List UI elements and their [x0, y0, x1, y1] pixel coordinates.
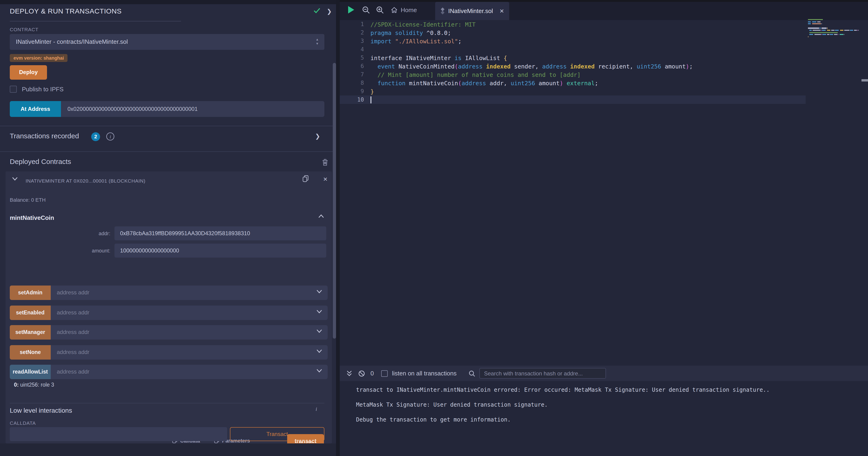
param-input[interactable]: 1000000000000000000	[115, 244, 326, 258]
terminal: 0 listen on all transactions Search with…	[340, 366, 868, 456]
readAllowList-address-input[interactable]: address addr	[51, 365, 328, 379]
info-icon[interactable]: i	[106, 132, 115, 141]
text-cursor	[370, 96, 371, 104]
deploy-run-panel: DEPLOY & RUN TRANSACTIONS ❯ CONTRACT INa…	[0, 0, 337, 456]
copy-icon[interactable]	[303, 175, 309, 182]
minimap-line	[808, 34, 845, 35]
line-number: 2	[340, 29, 370, 36]
code-line[interactable]: 10	[340, 95, 806, 104]
code-editor[interactable]: 1//SPDX-License-Identifier: MIT2pragma s…	[340, 20, 868, 366]
setEnabled-address-input[interactable]: address addr	[51, 306, 328, 320]
zoom-out-icon[interactable]	[362, 6, 370, 14]
play-icon[interactable]	[348, 6, 354, 13]
minimap[interactable]	[808, 19, 863, 117]
panel-bottom-strip	[0, 444, 337, 456]
editor-tabbar: Home INativeMinter.sol ✕	[340, 0, 868, 20]
code-line[interactable]: 6 event NativeCoinMinted(address indexed…	[340, 62, 806, 70]
chevron-down-icon[interactable]	[316, 349, 322, 353]
at-address-button[interactable]: At Address	[10, 101, 61, 117]
chevron-right-icon[interactable]: ❯	[315, 133, 320, 140]
function-row: readAllowListaddress addr	[10, 365, 328, 379]
param-row: addr:0xB78cbAa319ffBD899951AA30D4320f581…	[6, 226, 326, 240]
setNone-address-input[interactable]: address addr	[51, 345, 328, 360]
at-address-row: At Address 0x020000000000000000000000000…	[10, 101, 324, 117]
code-line[interactable]: 7 // Mint [amount] number of native coin…	[340, 70, 806, 79]
minimap-line	[808, 30, 859, 31]
terminal-message: MetaMask Tx Signature: User denied trans…	[356, 401, 548, 408]
contract-instance-card: INATIVEMINTER AT 0X020...00001 (BLOCKCHA…	[6, 171, 332, 444]
low-level-transact-button[interactable]: Transact	[230, 427, 324, 441]
code-line[interactable]: 4	[340, 45, 806, 54]
svg-text:i: i	[110, 134, 111, 140]
publish-ipfs-checkbox[interactable]	[10, 86, 17, 93]
function-row: setManageraddress addr	[10, 325, 328, 340]
divider	[0, 126, 337, 126]
zoom-in-icon[interactable]	[376, 6, 384, 14]
trash-icon[interactable]	[322, 159, 328, 166]
evm-version-badge: evm version: shanghai	[10, 54, 68, 62]
param-input[interactable]: 0xB78cbAa319ffBD899951AA30D4320f58189383…	[115, 226, 326, 240]
code-line[interactable]: 9}	[340, 87, 806, 95]
panel-top-strip	[0, 0, 337, 4]
calldata-input[interactable]	[10, 427, 227, 441]
terminal-search-input[interactable]: Search with transaction hash or addre...	[479, 368, 606, 379]
setAdmin-address-input[interactable]: address addr	[51, 286, 328, 300]
ban-icon[interactable]	[359, 370, 365, 377]
terminal-output[interactable]: transact to INativeMinter.mintNativeCoin…	[340, 381, 868, 456]
deploy-button[interactable]: Deploy	[10, 65, 47, 80]
line-number: 10	[340, 96, 370, 103]
readAllowList-button[interactable]: readAllowList	[10, 365, 51, 379]
tab-home[interactable]: Home	[391, 0, 417, 20]
panel-editor-divider[interactable]	[336, 0, 340, 456]
setEnabled-button[interactable]: setEnabled	[10, 306, 51, 320]
chevron-up-icon[interactable]	[318, 214, 324, 218]
remix-ide-window: DEPLOY & RUN TRANSACTIONS ❯ CONTRACT INa…	[0, 0, 868, 456]
code-line[interactable]: 8 function mintNativeCoin(address addr, …	[340, 79, 806, 87]
code-text	[370, 96, 371, 104]
setManager-button[interactable]: setManager	[10, 325, 51, 340]
code-line[interactable]: 2pragma solidity ^0.8.0;	[340, 28, 806, 37]
code-line[interactable]: 3import "./IAllowList.sol";	[340, 37, 806, 45]
setManager-address-input[interactable]: address addr	[51, 325, 328, 340]
chevron-right-icon[interactable]: ❯	[327, 8, 332, 15]
line-number: 5	[340, 55, 370, 61]
line-number: 9	[340, 88, 370, 94]
chevron-down-icon[interactable]	[316, 310, 322, 313]
select-arrows-icon: ▲▼	[315, 37, 319, 46]
function-row: setNoneaddress addr	[10, 345, 328, 360]
overview-ruler-marker	[862, 79, 868, 82]
editor-area: Home INativeMinter.sol ✕ 1//SPDX-License…	[340, 0, 868, 366]
chevron-down-icon[interactable]	[316, 369, 322, 373]
solidity-icon	[440, 7, 445, 15]
instance-header[interactable]: INATIVEMINTER AT 0X020...00001 (BLOCKCHA…	[26, 178, 146, 183]
minimap-line	[808, 19, 823, 20]
double-chevron-down-icon[interactable]	[346, 370, 352, 376]
check-icon	[314, 8, 320, 13]
setAdmin-button[interactable]: setAdmin	[10, 286, 51, 300]
code-line[interactable]: 5interface INativeMinter is IAllowList {	[340, 54, 806, 62]
close-icon[interactable]: ✕	[323, 176, 328, 182]
transactions-count-badge: 2	[91, 132, 100, 141]
chevron-down-icon[interactable]	[316, 329, 322, 333]
panel-scrollbar[interactable]	[333, 63, 336, 339]
title-underline	[10, 21, 181, 22]
at-address-input[interactable]: 0x02000000000000000000000000000000000000…	[61, 101, 324, 117]
setNone-button[interactable]: setNone	[10, 345, 51, 360]
line-number: 4	[340, 46, 370, 53]
terminal-message: transact to INativeMinter.mintNativeCoin…	[356, 387, 770, 393]
contract-select[interactable]: INativeMinter - contracts/INativeMinter.…	[10, 34, 324, 50]
line-number: 1	[340, 21, 370, 27]
divider	[10, 403, 324, 403]
close-icon[interactable]: ✕	[499, 8, 504, 14]
chevron-down-icon[interactable]	[316, 290, 322, 293]
param-label: amount:	[6, 244, 115, 258]
terminal-toolbar: 0 listen on all transactions Search with…	[340, 366, 868, 381]
tab-inativeminter-sol[interactable]: INativeMinter.sol ✕	[435, 2, 509, 20]
info-icon[interactable]: i	[315, 406, 317, 413]
code-text: event NativeCoinMinted(address indexed s…	[370, 63, 693, 69]
tabbar-top-strip	[340, 0, 868, 2]
chevron-down-icon[interactable]	[12, 177, 18, 181]
listen-checkbox[interactable]	[381, 370, 388, 377]
code-line[interactable]: 1//SPDX-License-Identifier: MIT	[340, 20, 806, 28]
code-text: //SPDX-License-Identifier: MIT	[370, 21, 476, 28]
